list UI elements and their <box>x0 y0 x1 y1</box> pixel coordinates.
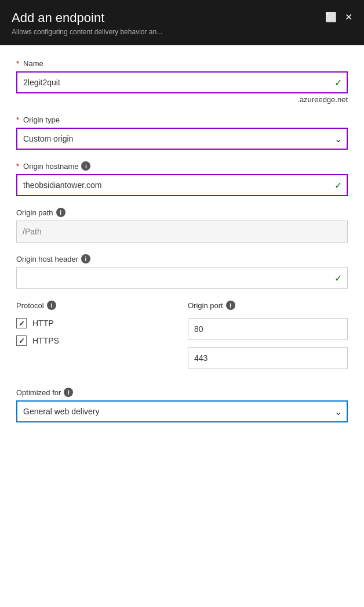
origin-host-header-info-icon[interactable]: i <box>81 254 90 263</box>
https-label: HTTPS <box>32 336 59 345</box>
origin-host-header-input[interactable] <box>16 267 348 289</box>
protocol-label-text: Protocol <box>16 301 44 310</box>
origin-hostname-group: * Origin hostname i ✓ <box>16 161 348 196</box>
optimized-for-group: Optimized for i General web delivery Dyn… <box>16 388 348 422</box>
origin-port-info-icon[interactable]: i <box>226 301 235 310</box>
protocol-info-icon[interactable]: i <box>47 301 56 310</box>
origin-type-required-star: * <box>16 115 19 124</box>
http-port-input[interactable] <box>188 318 348 340</box>
origin-path-label-text: Origin path <box>16 208 53 217</box>
origin-hostname-required-star: * <box>16 162 19 171</box>
protocol-section: Protocol i ✓ HTTP ✓ HTTPS <box>16 301 348 376</box>
origin-hostname-label-text: Origin hostname <box>23 162 78 171</box>
origin-path-input[interactable] <box>16 221 348 243</box>
optimized-for-label-text: Optimized for <box>16 388 61 397</box>
protocol-label: Protocol i <box>16 301 176 310</box>
protocol-col: Protocol i ✓ HTTP ✓ HTTPS <box>16 301 176 353</box>
origin-port-col: Origin port i <box>188 301 348 376</box>
name-input[interactable] <box>16 71 348 93</box>
name-group: * Name ✓ .azureedge.net <box>16 59 348 104</box>
origin-path-label: Origin path i <box>16 208 348 217</box>
origin-type-label: * Origin type <box>16 115 348 124</box>
origin-host-header-group: Origin host header i ✓ <box>16 254 348 289</box>
origin-path-info-icon[interactable]: i <box>56 208 65 217</box>
http-checkbox[interactable]: ✓ <box>16 318 27 328</box>
panel-header: Add an endpoint Allows configuring conte… <box>0 0 364 45</box>
panel-subtitle: Allows configuring content delivery beha… <box>12 28 162 36</box>
origin-host-header-check-icon: ✓ <box>334 273 342 284</box>
https-checkbox-row: ✓ HTTPS <box>16 335 176 346</box>
origin-host-header-input-wrapper: ✓ <box>16 267 348 289</box>
close-icon[interactable]: ✕ <box>345 13 352 22</box>
origin-type-select[interactable]: Custom origin Storage Cloud service Web … <box>16 128 348 150</box>
https-checkbox-check-icon: ✓ <box>19 337 25 345</box>
origin-type-label-text: Origin type <box>23 115 60 124</box>
origin-path-group: Origin path i <box>16 208 348 243</box>
http-label: HTTP <box>32 319 54 328</box>
http-checkbox-row: ✓ HTTP <box>16 318 176 328</box>
name-required-star: * <box>16 59 19 68</box>
add-endpoint-panel: Add an endpoint Allows configuring conte… <box>0 0 364 607</box>
origin-hostname-label: * Origin hostname i <box>16 161 348 171</box>
minimize-icon[interactable]: ⬜ <box>325 13 337 22</box>
optimized-for-select[interactable]: General web delivery Dynamic site accele… <box>16 400 348 422</box>
optimized-for-info-icon[interactable]: i <box>64 388 73 397</box>
origin-hostname-input[interactable] <box>16 174 348 196</box>
https-port-input[interactable] <box>188 347 348 369</box>
origin-port-label: Origin port i <box>188 301 348 310</box>
origin-type-group: * Origin type Custom origin Storage Clou… <box>16 115 348 150</box>
panel-body: * Name ✓ .azureedge.net * Origin type Cu… <box>0 45 364 448</box>
https-checkbox[interactable]: ✓ <box>16 335 27 346</box>
origin-port-label-text: Origin port <box>188 301 223 310</box>
name-suffix: .azureedge.net <box>16 95 348 104</box>
name-check-icon: ✓ <box>334 77 342 88</box>
name-label-text: Name <box>23 59 43 68</box>
origin-hostname-check-icon: ✓ <box>334 180 342 191</box>
header-icons: ⬜ ✕ <box>325 13 352 22</box>
protocol-origin-row: Protocol i ✓ HTTP ✓ HTTPS <box>16 301 348 376</box>
name-label: * Name <box>16 59 348 68</box>
optimized-for-select-wrapper: General web delivery Dynamic site accele… <box>16 400 348 422</box>
optimized-for-label: Optimized for i <box>16 388 348 397</box>
origin-host-header-label: Origin host header i <box>16 254 348 263</box>
name-input-wrapper: ✓ <box>16 71 348 93</box>
origin-host-header-label-text: Origin host header <box>16 255 78 263</box>
header-left: Add an endpoint Allows configuring conte… <box>12 10 162 36</box>
origin-hostname-input-wrapper: ✓ <box>16 174 348 196</box>
http-checkbox-check-icon: ✓ <box>19 319 25 328</box>
origin-type-select-wrapper: Custom origin Storage Cloud service Web … <box>16 128 348 150</box>
origin-hostname-info-icon[interactable]: i <box>81 161 90 171</box>
panel-title: Add an endpoint <box>12 10 162 26</box>
